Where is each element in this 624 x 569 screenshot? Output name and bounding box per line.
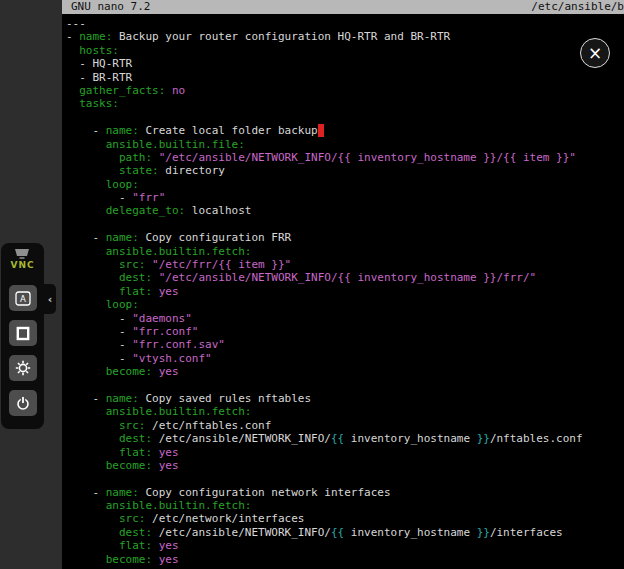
editor-content[interactable]: ---- name: Backup your router configurat… — [62, 14, 624, 566]
file-path: /etc/ansible/b — [531, 0, 624, 14]
terminal-window[interactable]: GNU nano 7.2 /etc/ansible/b ---- name: B… — [62, 0, 624, 569]
editor-line: become: yes — [66, 553, 624, 566]
power-icon — [15, 395, 31, 411]
fullscreen-button[interactable] — [9, 320, 37, 346]
vnc-sidebar: VNC A — [1, 243, 44, 429]
editor-line: - "frr.conf.sav" — [66, 338, 624, 351]
editor-line: - HQ-RTR — [66, 57, 624, 70]
editor-line: ansible.builtin.fetch: — [66, 405, 624, 418]
editor-line: become: yes — [66, 365, 624, 378]
editor-line: ansible.builtin.fetch: — [66, 245, 624, 258]
editor-line: become: yes — [66, 459, 624, 472]
editor-line: - "vtysh.conf" — [66, 352, 624, 365]
editor-line — [66, 218, 624, 231]
editor-line — [66, 472, 624, 485]
novnc-logo-text: VNC — [10, 260, 34, 270]
keyboard-key-icon: A — [15, 291, 31, 306]
editor-line: - name: Copy saved rules nftables — [66, 392, 624, 405]
editor-line: loop: — [66, 178, 624, 191]
editor-line: dest: /etc/ansible/NETWORK_INFO/{{ inven… — [66, 432, 624, 445]
editor-line: flat: yes — [66, 539, 624, 552]
editor-line — [66, 111, 624, 124]
power-button[interactable] — [9, 390, 37, 416]
editor-line: ansible.builtin.file: — [66, 138, 624, 151]
chevron-left-icon: ‹ — [48, 293, 53, 306]
editor-line: - name: Copy configuration network inter… — [66, 486, 624, 499]
editor-line: - name: Copy configuration FRR — [66, 231, 624, 244]
editor-line: flat: yes — [66, 446, 624, 459]
close-button[interactable]: × — [580, 38, 610, 68]
editor-line: src: "/etc/frr/{{ item }}" — [66, 258, 624, 271]
editor-line: loop: — [66, 298, 624, 311]
sidebar-handle[interactable]: ‹ — [44, 284, 56, 314]
editor-line — [66, 379, 624, 392]
editor-line: flat: yes — [66, 285, 624, 298]
close-icon: × — [588, 45, 602, 62]
screen-icon — [13, 248, 31, 260]
app-title: GNU nano 7.2 — [71, 0, 150, 14]
editor-line: - "frr" — [66, 191, 624, 204]
editor-line: state: directory — [66, 164, 624, 177]
svg-text:A: A — [20, 294, 26, 304]
gear-icon — [15, 360, 31, 376]
editor-line: delegate_to: localhost — [66, 204, 624, 217]
keyboard-button[interactable]: A — [9, 285, 37, 311]
fullscreen-icon — [15, 326, 31, 341]
editor-line: gather_facts: no — [66, 84, 624, 97]
editor-line: path: "/etc/ansible/NETWORK_INFO/{{ inve… — [66, 151, 624, 164]
editor-line: dest: /etc/ansible/NETWORK_INFO/{{ inven… — [66, 526, 624, 539]
editor-line: tasks: — [66, 97, 624, 110]
editor-line: - name: Create local folder backup — [66, 124, 624, 137]
editor-line: src: /etc/network/interfaces — [66, 512, 624, 525]
novnc-logo: VNC — [10, 248, 34, 276]
nano-titlebar: GNU nano 7.2 /etc/ansible/b — [62, 0, 624, 14]
editor-line: src: /etc/nftables.conf — [66, 419, 624, 432]
editor-line: - "daemons" — [66, 312, 624, 325]
editor-line: - "frr.conf" — [66, 325, 624, 338]
editor-line: dest: "/etc/ansible/NETWORK_INFO/{{ inve… — [66, 271, 624, 284]
editor-line: - BR-RTR — [66, 71, 624, 84]
editor-line: hosts: — [66, 44, 624, 57]
editor-line: - name: Backup your router configuration… — [66, 30, 624, 43]
settings-button[interactable] — [9, 355, 37, 381]
editor-line: ansible.builtin.fetch: — [66, 499, 624, 512]
editor-line: --- — [66, 17, 624, 30]
